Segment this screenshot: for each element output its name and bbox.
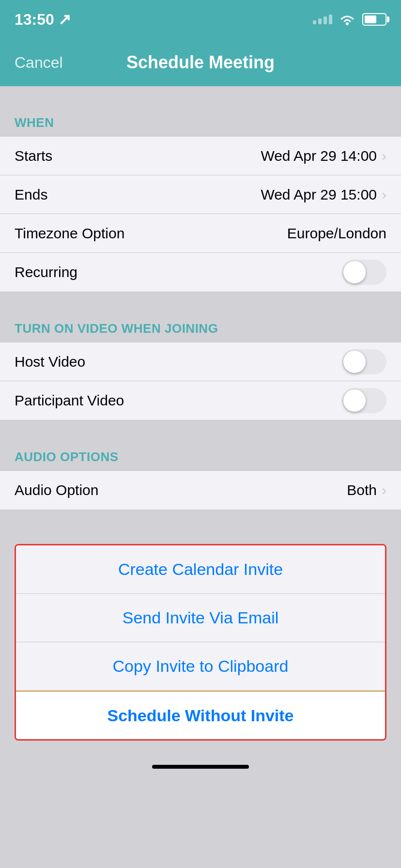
ends-chevron-icon: › [382,186,386,203]
status-icons [313,13,386,26]
when-section: WHEN Starts Wed Apr 29 14:00 › Ends Wed … [0,106,401,292]
ends-label: Ends [15,186,47,203]
recurring-toggle[interactable] [342,260,386,285]
timezone-text: Europe/London [287,225,386,242]
audio-option-value: Both › [347,482,386,498]
starts-chevron-icon: › [382,148,386,164]
create-calendar-label: Create Calendar Invite [118,560,283,579]
schedule-without-button[interactable]: Schedule Without Invite [16,691,385,739]
participant-video-label: Participant Video [15,392,124,409]
actions-container: Create Calendar Invite Send Invite Via E… [0,510,401,755]
host-video-toggle[interactable] [342,349,386,374]
copy-clipboard-label: Copy Invite to Clipboard [113,657,289,676]
ends-value: Wed Apr 29 15:00 › [261,186,386,203]
battery-icon [362,13,386,26]
audio-option-chevron-icon: › [382,482,386,498]
content-area: WHEN Starts Wed Apr 29 14:00 › Ends Wed … [0,106,401,755]
audio-header: AUDIO OPTIONS [0,440,401,470]
participant-video-toggle-knob [343,389,366,412]
host-video-label: Host Video [15,354,85,370]
status-time: 13:50 ↗ [15,10,71,29]
starts-label: Starts [15,148,52,164]
svg-point-0 [346,22,349,25]
video-section: TURN ON VIDEO WHEN JOINING Host Video Pa… [0,311,401,420]
nav-bar: Cancel Schedule Meeting [0,39,401,86]
when-header: WHEN [0,106,401,136]
participant-video-toggle[interactable] [342,388,386,413]
ends-row[interactable]: Ends Wed Apr 29 15:00 › [0,175,401,214]
starts-value: Wed Apr 29 14:00 › [261,148,386,164]
host-video-toggle-knob [343,351,366,373]
send-email-label: Send Invite Via Email [123,608,279,627]
time-display: 13:50 [15,11,54,29]
recurring-toggle-knob [343,261,366,283]
audio-section: AUDIO OPTIONS Audio Option Both › [0,440,401,510]
host-video-row: Host Video [0,342,401,381]
audio-option-label: Audio Option [15,482,98,498]
recurring-label: Recurring [15,264,77,280]
when-rows: Starts Wed Apr 29 14:00 › Ends Wed Apr 2… [0,136,401,292]
wifi-icon [339,13,355,26]
send-email-button[interactable]: Send Invite Via Email [16,594,385,642]
create-calendar-button[interactable]: Create Calendar Invite [16,545,385,594]
video-rows: Host Video Participant Video [0,342,401,420]
schedule-without-label: Schedule Without Invite [107,706,293,725]
home-bar [152,765,249,769]
audio-option-text: Both [347,482,377,498]
status-bar: 13:50 ↗ [0,0,401,39]
actions-group: Create Calendar Invite Send Invite Via E… [15,544,386,741]
participant-video-row: Participant Video [0,381,401,420]
ends-date: Wed Apr 29 15:00 [261,186,377,203]
recurring-row: Recurring [0,253,401,292]
starts-row[interactable]: Starts Wed Apr 29 14:00 › [0,137,401,175]
signal-icon [313,15,332,24]
home-indicator [0,755,401,774]
timezone-label: Timezone Option [15,225,124,242]
copy-clipboard-button[interactable]: Copy Invite to Clipboard [16,642,385,691]
starts-date: Wed Apr 29 14:00 [261,148,377,164]
cancel-button[interactable]: Cancel [15,54,63,72]
audio-option-row[interactable]: Audio Option Both › [0,471,401,510]
nav-title: Schedule Meeting [126,52,275,73]
timezone-row[interactable]: Timezone Option Europe/London [0,214,401,253]
audio-rows: Audio Option Both › [0,470,401,510]
timezone-value: Europe/London [287,225,386,242]
video-header: TURN ON VIDEO WHEN JOINING [0,311,401,342]
location-icon: ↗ [58,10,71,29]
